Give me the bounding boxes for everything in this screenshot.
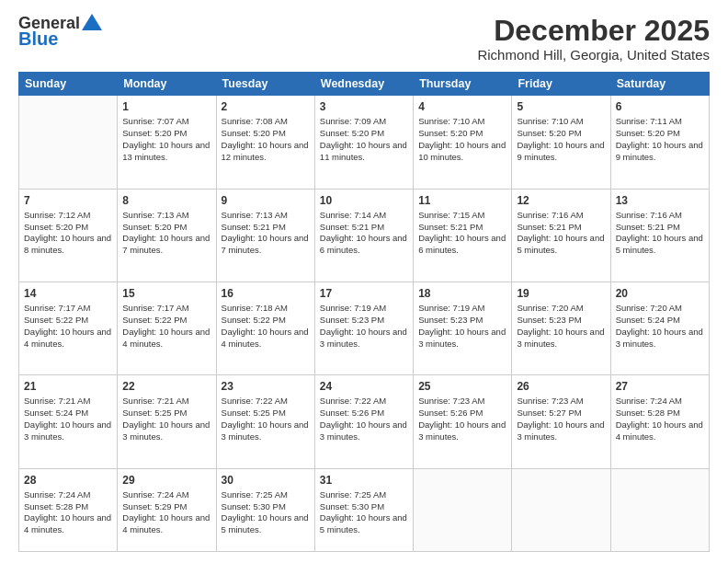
day-number: 26 <box>517 379 605 394</box>
day-number: 13 <box>616 193 704 208</box>
week-row-2: 7Sunrise: 7:12 AMSunset: 5:20 PMDaylight… <box>19 189 710 282</box>
day-info: Sunrise: 7:08 AMSunset: 5:20 PMDaylight:… <box>222 116 310 163</box>
logo-text-blue: Blue <box>18 29 58 48</box>
day-number: 5 <box>517 99 605 114</box>
calendar-cell: 16Sunrise: 7:18 AMSunset: 5:22 PMDayligh… <box>216 282 314 374</box>
calendar-cell: 14Sunrise: 7:17 AMSunset: 5:22 PMDayligh… <box>19 282 118 374</box>
day-number: 22 <box>122 379 210 394</box>
day-info: Sunrise: 7:07 AMSunset: 5:20 PMDaylight:… <box>122 116 210 163</box>
day-header-tuesday: Tuesday <box>216 73 314 96</box>
day-number: 4 <box>418 99 506 114</box>
calendar-cell: 22Sunrise: 7:21 AMSunset: 5:25 PMDayligh… <box>118 375 216 468</box>
day-info: Sunrise: 7:10 AMSunset: 5:20 PMDaylight:… <box>418 116 506 163</box>
calendar-cell: 27Sunrise: 7:24 AMSunset: 5:28 PMDayligh… <box>610 375 709 468</box>
calendar-cell: 18Sunrise: 7:19 AMSunset: 5:23 PMDayligh… <box>414 282 512 374</box>
day-info: Sunrise: 7:21 AMSunset: 5:25 PMDaylight:… <box>122 396 210 442</box>
day-info: Sunrise: 7:12 AMSunset: 5:20 PMDaylight:… <box>24 210 112 257</box>
calendar-cell: 3Sunrise: 7:09 AMSunset: 5:20 PMDaylight… <box>314 96 413 189</box>
day-info: Sunrise: 7:23 AMSunset: 5:27 PMDaylight:… <box>517 396 605 442</box>
calendar-cell <box>414 468 512 551</box>
day-info: Sunrise: 7:20 AMSunset: 5:23 PMDaylight:… <box>517 303 605 350</box>
day-info: Sunrise: 7:09 AMSunset: 5:20 PMDaylight:… <box>320 116 408 163</box>
calendar-cell: 6Sunrise: 7:11 AMSunset: 5:20 PMDaylight… <box>610 96 709 189</box>
day-info: Sunrise: 7:22 AMSunset: 5:25 PMDaylight:… <box>222 396 310 442</box>
calendar-cell: 8Sunrise: 7:13 AMSunset: 5:20 PMDaylight… <box>118 189 216 282</box>
calendar-cell: 15Sunrise: 7:17 AMSunset: 5:22 PMDayligh… <box>118 282 216 374</box>
day-header-sunday: Sunday <box>19 73 118 96</box>
calendar-cell: 2Sunrise: 7:08 AMSunset: 5:20 PMDaylight… <box>216 96 314 189</box>
calendar-cell: 13Sunrise: 7:16 AMSunset: 5:21 PMDayligh… <box>610 189 709 282</box>
calendar-cell: 24Sunrise: 7:22 AMSunset: 5:26 PMDayligh… <box>314 375 413 468</box>
calendar-cell: 1Sunrise: 7:07 AMSunset: 5:20 PMDaylight… <box>118 96 216 189</box>
day-number: 1 <box>122 99 210 114</box>
day-number: 3 <box>320 99 408 114</box>
day-info: Sunrise: 7:13 AMSunset: 5:20 PMDaylight:… <box>122 210 210 257</box>
calendar-cell: 7Sunrise: 7:12 AMSunset: 5:20 PMDaylight… <box>19 189 118 282</box>
day-number: 8 <box>122 193 210 208</box>
day-info: Sunrise: 7:24 AMSunset: 5:28 PMDaylight:… <box>24 489 112 536</box>
calendar-cell: 29Sunrise: 7:24 AMSunset: 5:29 PMDayligh… <box>118 468 216 551</box>
calendar-cell <box>610 468 709 551</box>
day-info: Sunrise: 7:25 AMSunset: 5:30 PMDaylight:… <box>222 489 310 536</box>
day-number: 20 <box>616 286 704 301</box>
day-info: Sunrise: 7:22 AMSunset: 5:26 PMDaylight:… <box>320 396 408 442</box>
day-info: Sunrise: 7:16 AMSunset: 5:21 PMDaylight:… <box>517 210 605 257</box>
location: Richmond Hill, Georgia, United States <box>477 47 710 63</box>
day-number: 7 <box>24 193 112 208</box>
day-info: Sunrise: 7:24 AMSunset: 5:28 PMDaylight:… <box>616 396 704 442</box>
title-section: December 2025 Richmond Hill, Georgia, Un… <box>477 15 710 63</box>
calendar-cell: 28Sunrise: 7:24 AMSunset: 5:28 PMDayligh… <box>19 468 118 551</box>
day-info: Sunrise: 7:13 AMSunset: 5:21 PMDaylight:… <box>222 210 310 257</box>
day-header-friday: Friday <box>512 73 610 96</box>
week-row-3: 14Sunrise: 7:17 AMSunset: 5:22 PMDayligh… <box>19 282 710 374</box>
day-number: 21 <box>24 379 112 394</box>
calendar-cell <box>512 468 610 551</box>
calendar-cell <box>19 96 118 189</box>
day-number: 12 <box>517 193 605 208</box>
day-info: Sunrise: 7:18 AMSunset: 5:22 PMDaylight:… <box>222 303 310 350</box>
page-header: General Blue December 2025 Richmond Hill… <box>18 15 710 63</box>
day-number: 17 <box>320 286 408 301</box>
day-header-wednesday: Wednesday <box>314 73 413 96</box>
day-info: Sunrise: 7:19 AMSunset: 5:23 PMDaylight:… <box>320 303 408 350</box>
day-info: Sunrise: 7:24 AMSunset: 5:29 PMDaylight:… <box>122 489 210 536</box>
week-row-1: 1Sunrise: 7:07 AMSunset: 5:20 PMDaylight… <box>19 96 710 189</box>
day-number: 6 <box>616 99 704 114</box>
calendar-cell: 20Sunrise: 7:20 AMSunset: 5:24 PMDayligh… <box>610 282 709 374</box>
day-info: Sunrise: 7:11 AMSunset: 5:20 PMDaylight:… <box>616 116 704 163</box>
logo: General Blue <box>18 15 102 48</box>
calendar-cell: 30Sunrise: 7:25 AMSunset: 5:30 PMDayligh… <box>216 468 314 551</box>
calendar-cell: 19Sunrise: 7:20 AMSunset: 5:23 PMDayligh… <box>512 282 610 374</box>
calendar-cell: 25Sunrise: 7:23 AMSunset: 5:26 PMDayligh… <box>414 375 512 468</box>
day-number: 19 <box>517 286 605 301</box>
day-info: Sunrise: 7:19 AMSunset: 5:23 PMDaylight:… <box>418 303 506 350</box>
month-title: December 2025 <box>477 15 710 47</box>
day-number: 11 <box>418 193 506 208</box>
calendar-cell: 9Sunrise: 7:13 AMSunset: 5:21 PMDaylight… <box>216 189 314 282</box>
day-number: 18 <box>418 286 506 301</box>
day-info: Sunrise: 7:23 AMSunset: 5:26 PMDaylight:… <box>418 396 506 442</box>
day-number: 28 <box>24 473 112 488</box>
day-header-monday: Monday <box>118 73 216 96</box>
calendar-cell: 31Sunrise: 7:25 AMSunset: 5:30 PMDayligh… <box>314 468 413 551</box>
day-number: 15 <box>122 286 210 301</box>
day-info: Sunrise: 7:17 AMSunset: 5:22 PMDaylight:… <box>24 303 112 350</box>
day-info: Sunrise: 7:15 AMSunset: 5:21 PMDaylight:… <box>418 210 506 257</box>
day-number: 16 <box>222 286 310 301</box>
page-container: General Blue December 2025 Richmond Hill… <box>0 0 728 563</box>
calendar-cell: 10Sunrise: 7:14 AMSunset: 5:21 PMDayligh… <box>314 189 413 282</box>
day-info: Sunrise: 7:10 AMSunset: 5:20 PMDaylight:… <box>517 116 605 163</box>
day-info: Sunrise: 7:20 AMSunset: 5:24 PMDaylight:… <box>616 303 704 350</box>
day-header-thursday: Thursday <box>414 73 512 96</box>
calendar-cell: 26Sunrise: 7:23 AMSunset: 5:27 PMDayligh… <box>512 375 610 468</box>
header-row: SundayMondayTuesdayWednesdayThursdayFrid… <box>19 73 710 96</box>
day-info: Sunrise: 7:16 AMSunset: 5:21 PMDaylight:… <box>616 210 704 257</box>
day-number: 25 <box>418 379 506 394</box>
day-number: 9 <box>222 193 310 208</box>
day-info: Sunrise: 7:17 AMSunset: 5:22 PMDaylight:… <box>122 303 210 350</box>
calendar-cell: 11Sunrise: 7:15 AMSunset: 5:21 PMDayligh… <box>414 189 512 282</box>
day-info: Sunrise: 7:14 AMSunset: 5:21 PMDaylight:… <box>320 210 408 257</box>
calendar-cell: 5Sunrise: 7:10 AMSunset: 5:20 PMDaylight… <box>512 96 610 189</box>
calendar-cell: 12Sunrise: 7:16 AMSunset: 5:21 PMDayligh… <box>512 189 610 282</box>
week-row-4: 21Sunrise: 7:21 AMSunset: 5:24 PMDayligh… <box>19 375 710 468</box>
